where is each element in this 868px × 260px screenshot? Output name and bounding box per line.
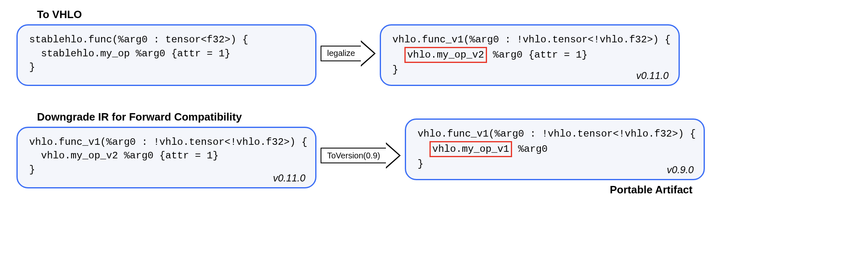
version-tag: v0.11.0 [273,172,305,184]
code-line: vhlo.func_v1(%arg0 : !vhlo.tensor<!vhlo.… [29,137,307,148]
arrow-label: legalize [321,46,361,61]
section-title-downgrade: Downgrade IR for Forward Compatibility [37,111,316,123]
code-indent [418,144,429,155]
code-content: vhlo.func_v1(%arg0 : !vhlo.tensor<!vhlo.… [418,127,692,171]
right-col: vhlo.func_v1(%arg0 : !vhlo.tensor<!vhlo.… [405,102,705,196]
code-line: stablehlo.my_op %arg0 {attr = 1} [29,48,231,59]
code-box-portable-artifact: vhlo.func_v1(%arg0 : !vhlo.tensor<!vhlo.… [405,118,705,180]
highlight-op-v2: vhlo.my_op_v2 [404,47,487,63]
spacer-title [425,102,705,115]
code-rest: %arg0 [512,144,547,155]
highlight-op-v1: vhlo.my_op_v1 [429,141,512,158]
arrow: ToVersion(0.9) [321,142,401,169]
version-tag: v0.11.0 [636,70,669,81]
arrow-legalize: legalize [321,40,376,67]
code-content: vhlo.func_v1(%arg0 : !vhlo.tensor<!vhlo.… [29,135,304,177]
row-downgrade: Downgrade IR for Forward Compatibility v… [16,102,852,196]
code-line: } [392,64,398,75]
code-box-stablehlo-input: stablehlo.func(%arg0 : tensor<f32>) { st… [16,24,316,86]
code-rest: %arg0 {attr = 1} [487,49,588,60]
code-line: vhlo.func_v1(%arg0 : !vhlo.tensor<!vhlo.… [418,128,696,139]
code-line: } [29,164,35,175]
code-line: vhlo.func_v1(%arg0 : !vhlo.tensor<!vhlo.… [392,34,671,45]
section-title-to-vhlo: To VHLO [37,8,316,21]
arrow-toversion: ToVersion(0.9) [321,142,401,169]
right-block-container: vhlo.func_v1(%arg0 : !vhlo.tensor<!vhlo.… [405,102,705,180]
code-line: vhlo.my_op_v2 %arg0 {attr = 1} [29,150,219,161]
left-block-container: Downgrade IR for Forward Compatibility v… [16,111,316,188]
left-block-container: To VHLO stablehlo.func(%arg0 : tensor<f3… [16,8,316,86]
right-block-container: vhlo.func_v1(%arg0 : !vhlo.tensor<!vhlo.… [380,8,680,86]
code-line: } [29,62,35,73]
footer-portable-artifact: Portable Artifact [405,183,693,196]
arrow-head-icon [386,142,401,169]
code-box-vhlo-input: vhlo.func_v1(%arg0 : !vhlo.tensor<!vhlo.… [16,127,316,188]
code-line: } [418,158,423,169]
version-tag: v0.9.0 [667,164,694,176]
arrow-label: ToVersion(0.9) [321,148,386,163]
arrow-head-icon [361,40,376,67]
code-box-vhlo-output: vhlo.func_v1(%arg0 : !vhlo.tensor<!vhlo.… [380,24,680,86]
spacer-title [400,8,680,21]
arrow: legalize [321,40,376,67]
code-content: stablehlo.func(%arg0 : tensor<f32>) { st… [29,33,304,74]
code-line: stablehlo.func(%arg0 : tensor<f32>) { [29,34,248,45]
code-content: vhlo.func_v1(%arg0 : !vhlo.tensor<!vhlo.… [392,33,667,77]
row-to-vhlo: To VHLO stablehlo.func(%arg0 : tensor<f3… [16,8,852,86]
code-indent [392,49,404,60]
